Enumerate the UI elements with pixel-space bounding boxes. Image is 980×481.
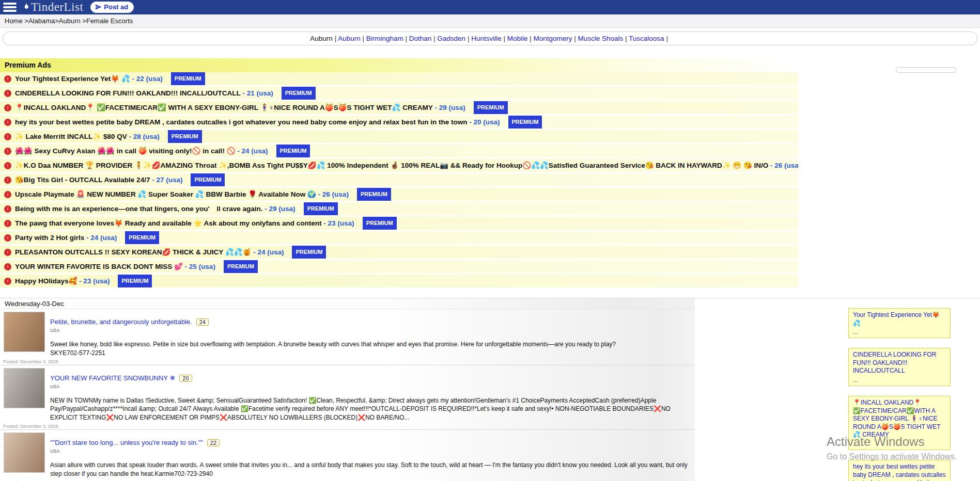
premium-ad-row[interactable]: ↑hey its your best wettes petite baby DR… (0, 116, 798, 129)
premium-ad-link[interactable]: Party with 2 Hot girls (15, 231, 84, 244)
breadcrumb-link[interactable]: Auburn (59, 17, 81, 25)
premium-ad-row[interactable]: ↑Your Tightest Experience Yet🦊 💦 - 22 (u… (0, 72, 798, 85)
city-separator: | (623, 35, 629, 42)
premium-ad-age: - 23 (usa) (77, 275, 110, 287)
city-link[interactable]: Muscle Shoals (578, 35, 624, 42)
premium-badge[interactable]: PREMIUM (276, 145, 310, 157)
city-link[interactable]: Montgomery (533, 35, 572, 42)
sidebar-ad-box[interactable]: CINDERELLA LOOKING FOR FUN!!! OAKLAND!!!… (848, 348, 951, 386)
paper-plane-icon (95, 4, 102, 10)
premium-ad-link[interactable]: ✨ Lake Merritt INCALL✨ $80 QV (15, 130, 127, 143)
premium-ad-row[interactable]: ↑The pawg that everyone loves🦊 Ready and… (0, 217, 798, 230)
sidebar-ad-box[interactable]: 📍INCALL OAKLAND📍 ✅FACETIME/CAR✅WITH A SE… (848, 396, 951, 450)
up-arrow-icon: ↑ (4, 148, 11, 155)
premium-badge[interactable]: PREMIUM (357, 188, 391, 201)
listing-location: USA (50, 448, 695, 454)
listing-posted-date: Posted: December 3, 2025 (3, 359, 58, 364)
premium-ad-age: - 29 (usa) (263, 202, 295, 215)
premium-ad-link[interactable]: Being with me is an experience—one that … (15, 202, 263, 215)
up-arrow-icon: ↑ (4, 104, 11, 111)
listing-body: Petite, brunette, and dangerously unforg… (50, 312, 695, 358)
premium-ad-link[interactable]: 📍INCALL OAKLAND📍 ✅FACETIME/CAR✅ WITH A S… (15, 101, 433, 114)
listing-description-line: SKYE702-577-2251 (50, 349, 695, 358)
up-arrow-icon: ↑ (4, 90, 11, 97)
premium-badge[interactable]: PREMIUM (292, 246, 326, 259)
premium-ad-link[interactable]: ✨K.O Daa NUMBER 🏆 PROVIDER 🧍✨💋AMAZING Th… (15, 159, 768, 172)
premium-badge[interactable]: PREMIUM (168, 130, 202, 143)
premium-badge[interactable]: PREMIUM (508, 116, 542, 129)
city-link[interactable]: Birmingham (366, 35, 403, 42)
premium-badge[interactable]: PREMIUM (224, 260, 258, 273)
city-link[interactable]: Huntsville (471, 35, 502, 42)
up-arrow-icon: ↑ (4, 205, 11, 213)
listing-age-badge: 24 (196, 318, 209, 326)
premium-ad-age: - 22 (usa) (130, 72, 163, 85)
sidebar-ad-link[interactable]: Your Tightest Experience Yet🦊 💦 (853, 311, 946, 327)
premium-badge[interactable]: PREMIUM (282, 87, 316, 100)
city-link[interactable]: Mobile (507, 35, 528, 42)
city-link[interactable]: Tuscaloosa (629, 35, 664, 42)
premium-badge[interactable]: PREMIUM (118, 275, 152, 287)
sidebar-ad-box[interactable]: hey its your best wettes petite baby DRE… (848, 460, 951, 481)
listing-row[interactable]: ""Don't stare too long... unless you're … (0, 430, 695, 481)
premium-ad-row[interactable]: ↑YOUR WINTER FAVORITE IS BACK DONT MISS … (0, 260, 798, 273)
premium-ad-row[interactable]: ↑CINDERELLA LOOKING FOR FUN!!! OAKLAND!!… (0, 87, 798, 100)
listing-row[interactable]: YOUR NEW FAVORITE SNOWBUNNY ❄20USANEW IN… (0, 365, 695, 430)
post-ad-button[interactable]: Post ad (90, 2, 134, 13)
city-link[interactable]: Gadsden (437, 35, 465, 42)
top-navbar: TinderList Post ad (0, 0, 980, 14)
site-logo[interactable]: TinderList (22, 0, 83, 14)
sidebar-ad-box[interactable]: Your Tightest Experience Yet🦊 💦... (848, 308, 951, 338)
sidebar-ad-link[interactable]: hey its your best wettes petite baby DRE… (853, 463, 946, 481)
breadcrumb-separator: > (23, 17, 28, 25)
breadcrumb-link[interactable]: Female Escorts (86, 17, 133, 25)
premium-ad-row[interactable]: ↑😘Big Tits Girl - OUTCALL Available 24/7… (0, 173, 798, 186)
premium-ad-row[interactable]: ↑Party with 2 Hot girls - 24 (usa)PREMIU… (0, 231, 798, 244)
city-link[interactable]: Auburn (338, 35, 361, 42)
listing-title-link[interactable]: YOUR NEW FAVORITE SNOWBUNNY ❄ (50, 374, 175, 382)
city-separator: | (502, 35, 507, 42)
premium-ad-link[interactable]: CINDERELLA LOOKING FOR FUN!!! OAKLAND!!!… (15, 87, 241, 100)
premium-ad-link[interactable]: Your Tightest Experience Yet🦊 💦 (15, 72, 130, 85)
premium-ad-row[interactable]: ↑Being with me is an experience—one that… (0, 202, 798, 215)
premium-ad-row[interactable]: ↑Happy HOlidays🥰 - 23 (usa)PREMIUM (0, 275, 798, 287)
premium-ad-row[interactable]: ↑📍INCALL OAKLAND📍 ✅FACETIME/CAR✅ WITH A … (0, 101, 798, 114)
listing-posted-date: Posted: December 3, 2025 (3, 424, 58, 429)
listing-thumbnail[interactable] (4, 312, 45, 352)
city-link[interactable]: Dothan (409, 35, 432, 42)
premium-badge[interactable]: PREMIUM (363, 217, 397, 230)
premium-ad-link[interactable]: 😘Big Tits Girl - OUTCALL Available 24/7 (15, 173, 150, 186)
premium-ad-link[interactable]: YOUR WINTER FAVORITE IS BACK DONT MISS 💕 (15, 260, 183, 273)
city-separator: | (572, 35, 578, 42)
sidebar-ad-link[interactable]: 📍INCALL OAKLAND📍 ✅FACETIME/CAR✅WITH A SE… (853, 399, 946, 439)
up-arrow-icon: ↑ (4, 191, 11, 198)
premium-ad-link[interactable]: 🌺🌺 Sexy CuRvy Asian 🌺🌺 in call 🍑 visitin… (15, 145, 236, 157)
menu-icon[interactable] (3, 3, 17, 12)
site-logo-text: TinderList (31, 0, 83, 14)
premium-ad-row[interactable]: ↑PLEASANTON OUTCALLS !! SEXY KOREAN💋 THI… (0, 246, 798, 259)
sidebar-ad-link[interactable]: CINDERELLA LOOKING FOR FUN!!! OAKLAND!!!… (853, 351, 946, 375)
listing-title-link[interactable]: ""Don't stare too long... unless you're … (50, 439, 203, 446)
premium-ad-link[interactable]: Happy HOlidays🥰 (15, 275, 77, 287)
listing-thumbnail[interactable] (4, 432, 45, 473)
up-arrow-icon: ↑ (4, 75, 11, 83)
premium-ad-row[interactable]: ↑🌺🌺 Sexy CuRvy Asian 🌺🌺 in call 🍑 visiti… (0, 145, 798, 157)
premium-ad-row[interactable]: ↑✨K.O Daa NUMBER 🏆 PROVIDER 🧍✨💋AMAZING T… (0, 159, 798, 172)
listing-row[interactable]: Petite, brunette, and dangerously unforg… (0, 309, 695, 365)
premium-ad-link[interactable]: PLEASANTON OUTCALLS !! SEXY KOREAN💋 THIC… (15, 246, 251, 259)
premium-ad-row[interactable]: ↑Upscale Playmate 🚨 NEW NUMBER 💦 Super S… (0, 188, 798, 201)
premium-ad-link[interactable]: Upscale Playmate 🚨 NEW NUMBER 💦 Super So… (15, 188, 316, 201)
premium-ad-link[interactable]: The pawg that everyone loves🦊 Ready and … (15, 217, 322, 230)
premium-badge[interactable]: PREMIUM (125, 231, 159, 244)
premium-badge[interactable]: PREMIUM (191, 173, 225, 186)
premium-ad-link[interactable]: hey its your best wettes petite baby DRE… (15, 116, 467, 129)
city-links: Auburn | Auburn | Birmingham | Dothan | … (310, 35, 670, 42)
breadcrumb-link[interactable]: Home (5, 17, 23, 25)
premium-badge[interactable]: PREMIUM (474, 101, 508, 114)
listing-thumbnail[interactable] (4, 368, 45, 408)
premium-badge[interactable]: PREMIUM (304, 202, 338, 215)
listing-title-link[interactable]: Petite, brunette, and dangerously unforg… (50, 318, 192, 326)
breadcrumb-link[interactable]: Alabama (28, 17, 55, 25)
premium-badge[interactable]: PREMIUM (171, 72, 205, 85)
premium-ad-row[interactable]: ↑✨ Lake Merritt INCALL✨ $80 QV - 28 (usa… (0, 130, 798, 143)
